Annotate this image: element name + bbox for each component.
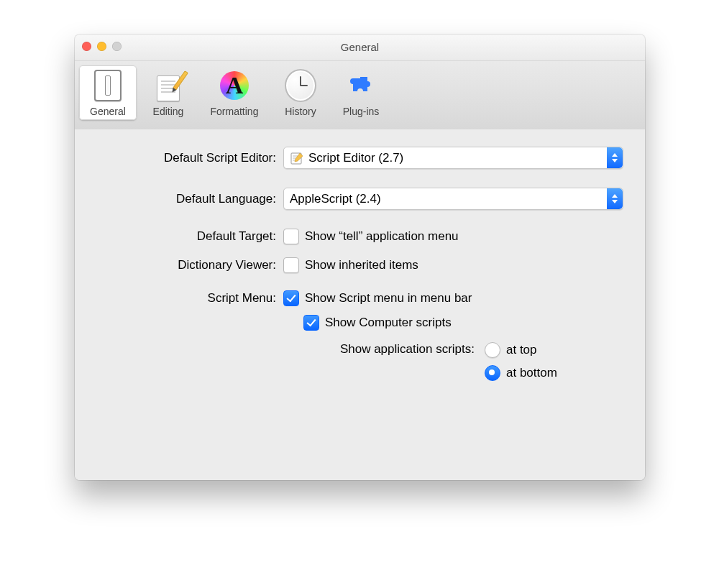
- default-target-label: Default Target:: [89, 229, 283, 244]
- app-scripts-at-top-radio[interactable]: [485, 342, 500, 358]
- zoom-window-button[interactable]: [112, 42, 122, 51]
- show-computer-scripts-checkbox[interactable]: [303, 315, 319, 331]
- preferences-toolbar: General Editing A Formatting History: [75, 61, 645, 130]
- tab-plugins-label: Plug-ins: [334, 106, 388, 117]
- script-editor-app-icon: [290, 151, 304, 165]
- pencil-paper-icon: [152, 70, 184, 101]
- show-computer-scripts-label: Show Computer scripts: [325, 316, 452, 330]
- window-controls: [82, 42, 122, 51]
- close-window-button[interactable]: [82, 42, 91, 51]
- titlebar: General: [75, 35, 645, 61]
- font-color-icon: A: [219, 70, 250, 101]
- tab-general[interactable]: General: [79, 65, 137, 120]
- app-scripts-at-top-label: at top: [506, 343, 537, 357]
- tab-editing[interactable]: Editing: [139, 65, 197, 120]
- popup-arrows-icon: [607, 188, 623, 209]
- tab-history[interactable]: History: [272, 65, 329, 120]
- show-inherited-items-checkbox[interactable]: [283, 257, 299, 273]
- default-script-editor-popup[interactable]: Script Editor (2.7): [283, 147, 623, 169]
- tab-plugins[interactable]: Plug-ins: [332, 65, 390, 120]
- default-script-editor-label: Default Script Editor:: [89, 151, 283, 165]
- switch-icon: [92, 70, 124, 101]
- preferences-window: General General Editing A Formatting His…: [75, 35, 645, 480]
- app-scripts-at-bottom-label: at bottom: [506, 366, 557, 380]
- default-language-label: Default Language:: [89, 192, 283, 206]
- general-pane: Default Script Editor: Script Editor (2.…: [75, 129, 645, 480]
- show-tell-menu-checkbox[interactable]: [283, 229, 299, 244]
- show-script-menu-checkbox[interactable]: [283, 290, 299, 306]
- show-inherited-items-label: Show inherited items: [305, 258, 418, 272]
- show-script-menu-label: Show Script menu in menu bar: [305, 291, 472, 306]
- tab-history-label: History: [273, 106, 328, 117]
- clock-icon: [285, 70, 316, 101]
- show-tell-menu-label: Show “tell” application menu: [305, 229, 459, 244]
- app-scripts-at-bottom-radio[interactable]: [485, 365, 500, 381]
- default-script-editor-value: Script Editor (2.7): [308, 151, 403, 165]
- script-menu-label: Script Menu:: [89, 291, 283, 306]
- minimize-window-button[interactable]: [97, 42, 106, 51]
- tab-editing-label: Editing: [141, 106, 196, 117]
- show-application-scripts-label: Show application scripts:: [303, 342, 475, 357]
- default-language-value: AppleScript (2.4): [290, 192, 381, 206]
- puzzle-icon: [345, 70, 377, 101]
- dictionary-viewer-label: Dictionary Viewer:: [89, 258, 283, 272]
- default-language-popup[interactable]: AppleScript (2.4): [283, 188, 623, 210]
- tab-general-label: General: [81, 106, 135, 117]
- popup-arrows-icon: [607, 147, 623, 168]
- window-title: General: [75, 35, 645, 60]
- tab-formatting[interactable]: A Formatting: [200, 65, 269, 120]
- tab-formatting-label: Formatting: [201, 106, 267, 117]
